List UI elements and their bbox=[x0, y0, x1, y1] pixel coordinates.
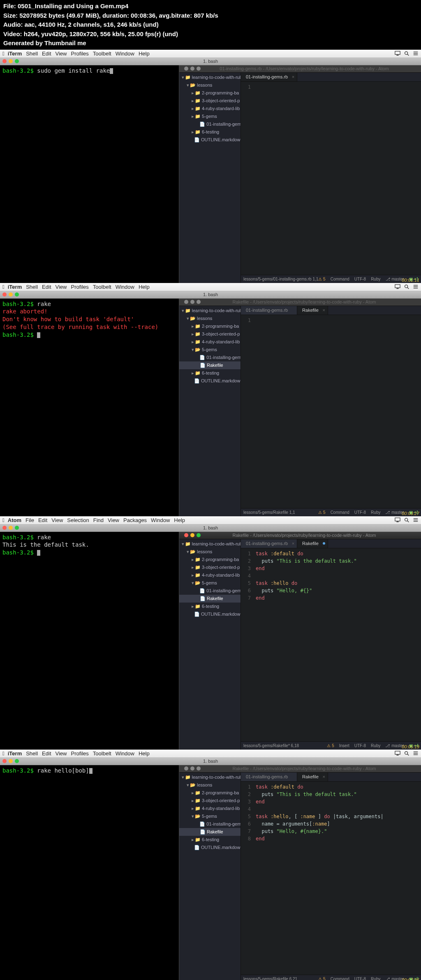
app-name[interactable]: iTerm bbox=[8, 284, 22, 290]
code-area[interactable]: task :default do puts "This is the defau… bbox=[253, 548, 421, 741]
tree-item[interactable]: ▾📂lessons bbox=[179, 548, 241, 556]
tree-item[interactable]: 📄OUTLINE.markdown bbox=[179, 844, 241, 851]
menu-item[interactable]: View bbox=[108, 517, 119, 523]
app-name[interactable]: iTerm bbox=[8, 750, 22, 757]
search-icon[interactable] bbox=[404, 284, 409, 290]
menu-item[interactable]: Window bbox=[116, 750, 134, 757]
editor-tab[interactable]: Rakefile× bbox=[297, 306, 328, 315]
zoom-icon[interactable] bbox=[197, 67, 201, 71]
menu-item[interactable]: Profiles bbox=[71, 750, 88, 757]
close-icon[interactable] bbox=[2, 59, 7, 63]
menu-item[interactable]: Window bbox=[151, 517, 170, 523]
git-branch[interactable]: ⎇ master bbox=[385, 977, 404, 980]
tree-item[interactable]: ▸📁4-ruby-standard-lib bbox=[179, 338, 241, 346]
status-encoding[interactable]: UTF-8 bbox=[354, 977, 366, 980]
tree-item[interactable]: 📄Rakefile bbox=[179, 595, 241, 603]
status-lang[interactable]: Ruby bbox=[371, 277, 380, 281]
tree-item[interactable]: ▸📁6-testing bbox=[179, 836, 241, 844]
minimize-icon[interactable] bbox=[190, 300, 194, 304]
tab-title[interactable]: 1. bash bbox=[203, 59, 218, 64]
git-branch[interactable]: ⎇ master bbox=[386, 277, 404, 281]
file-tree[interactable]: ▾📁learning-to-code-with-rub▾📂lessons▸📁2-… bbox=[179, 773, 241, 980]
status-encoding[interactable]: UTF-8 bbox=[354, 510, 366, 515]
apple-icon[interactable]:  bbox=[2, 51, 5, 57]
menu-icon[interactable] bbox=[413, 51, 419, 56]
menu-item[interactable]: Window bbox=[116, 284, 134, 290]
zoom-icon[interactable] bbox=[197, 766, 201, 771]
menu-item[interactable]: Edit bbox=[38, 517, 47, 523]
menu-item[interactable]: Profiles bbox=[71, 284, 88, 290]
file-tree[interactable]: ▾📁learning-to-code-with-rub▾📂lessons▸📁2-… bbox=[179, 539, 241, 750]
code-area[interactable] bbox=[253, 315, 421, 508]
tree-item[interactable]: ▸📁4-ruby-standard-lib bbox=[179, 805, 241, 812]
tree-item[interactable]: ▸📁6-testing bbox=[179, 603, 241, 610]
tab-title[interactable]: 1. bash bbox=[203, 759, 218, 764]
tree-item[interactable]: ▾📁learning-to-code-with-rub bbox=[179, 307, 241, 315]
status-lang[interactable]: Ruby bbox=[371, 743, 380, 748]
editor[interactable]: 1 bbox=[241, 315, 421, 508]
close-tab-icon[interactable]: × bbox=[292, 541, 294, 546]
tree-item[interactable]: ▾📂5-gems bbox=[179, 579, 241, 587]
tree-item[interactable]: ▸📁4-ruby-standard-lib bbox=[179, 571, 241, 579]
tree-item[interactable]: ▸📁3-object-oriented-p bbox=[179, 797, 241, 805]
menu-item[interactable]: View bbox=[51, 517, 63, 523]
menu-icon[interactable] bbox=[413, 750, 419, 756]
tree-item[interactable]: ▾📂lessons bbox=[179, 315, 241, 322]
monitor-icon[interactable] bbox=[395, 51, 400, 56]
menu-icon[interactable] bbox=[413, 284, 419, 290]
tree-item[interactable]: ▾📁learning-to-code-with-rub bbox=[179, 74, 241, 81]
editor-tab[interactable]: Rakefile bbox=[297, 539, 328, 548]
tab-title[interactable]: 1. bash bbox=[203, 292, 218, 297]
minimize-icon[interactable] bbox=[9, 526, 13, 530]
tree-item[interactable]: ▸📁4-ruby-standard-lib bbox=[179, 105, 241, 113]
editor[interactable]: 1 bbox=[241, 82, 421, 275]
status-encoding[interactable]: UTF-8 bbox=[354, 743, 366, 748]
tree-item[interactable]: ▾📂lessons bbox=[179, 781, 241, 789]
tree-item[interactable]: 📄01-installing-gem bbox=[179, 587, 241, 595]
monitor-icon[interactable] bbox=[395, 517, 400, 523]
menu-item[interactable]: View bbox=[56, 750, 67, 757]
tab-title[interactable]: 1. bash bbox=[203, 525, 218, 530]
close-icon[interactable] bbox=[2, 759, 7, 763]
app-name[interactable]: iTerm bbox=[8, 51, 22, 57]
close-icon[interactable] bbox=[2, 526, 7, 530]
minimize-icon[interactable] bbox=[190, 533, 194, 537]
close-icon[interactable] bbox=[184, 766, 188, 771]
minimize-icon[interactable] bbox=[190, 67, 194, 71]
file-tree[interactable]: ▾📁learning-to-code-with-rub▾📂lessons▸📁2-… bbox=[179, 73, 241, 283]
editor-tab[interactable]: 01-installing-gems.rb bbox=[241, 306, 297, 315]
tree-item[interactable]: ▾📁learning-to-code-with-rub bbox=[179, 540, 241, 548]
tree-item[interactable]: ▸📁6-testing bbox=[179, 128, 241, 136]
menu-item[interactable]: Toolbelt bbox=[93, 284, 111, 290]
monitor-icon[interactable] bbox=[395, 750, 400, 756]
warning-icon[interactable]: ⚠ 5 bbox=[318, 510, 325, 515]
warning-icon[interactable]: ⚠ 5 bbox=[318, 277, 325, 281]
menu-item[interactable]: Shell bbox=[26, 750, 38, 757]
tree-item[interactable]: ▸📁3-object-oriented-p bbox=[179, 330, 241, 338]
tree-item[interactable]: ▾📂5-gems bbox=[179, 812, 241, 820]
close-tab-icon[interactable]: × bbox=[292, 74, 294, 79]
close-tab-icon[interactable]: × bbox=[322, 308, 325, 313]
warning-icon[interactable]: ⚠ 5 bbox=[318, 977, 325, 980]
menu-item[interactable]: Toolbelt bbox=[93, 750, 111, 757]
git-branch[interactable]: ⎇ master bbox=[385, 743, 404, 748]
editor-tab[interactable]: 01-installing-gems.rb× bbox=[241, 73, 297, 81]
file-tree[interactable]: ▾📁learning-to-code-with-rub▾📂lessons▸📁2-… bbox=[179, 306, 241, 516]
tree-item[interactable]: ▸📁3-object-oriented-p bbox=[179, 564, 241, 571]
tree-item[interactable]: ▸📁5-gems bbox=[179, 113, 241, 120]
tree-item[interactable]: ▸📁6-testing bbox=[179, 369, 241, 377]
menu-item[interactable]: Edit bbox=[42, 51, 51, 57]
menu-item[interactable]: View bbox=[56, 284, 67, 290]
tree-item[interactable]: ▸📁2-programming-ba bbox=[179, 556, 241, 564]
tree-item[interactable]: 📄OUTLINE.markdown bbox=[179, 610, 241, 618]
menu-item[interactable]: Edit bbox=[42, 284, 51, 290]
terminal[interactable]: bash-3.2$ rakeThis is the default task.b… bbox=[0, 532, 179, 750]
warning-icon[interactable]: ⚠ 5 bbox=[327, 743, 334, 748]
tree-item[interactable]: ▸📁3-object-oriented-p bbox=[179, 97, 241, 105]
status-lang[interactable]: Ruby bbox=[371, 510, 380, 515]
menu-item[interactable]: Help bbox=[139, 750, 150, 757]
zoom-icon[interactable] bbox=[197, 533, 201, 537]
menu-item[interactable]: View bbox=[56, 51, 67, 57]
editor[interactable]: 12345678task :default do puts "This is t… bbox=[241, 782, 421, 975]
tree-item[interactable]: ▾📁learning-to-code-with-rub bbox=[179, 773, 241, 781]
